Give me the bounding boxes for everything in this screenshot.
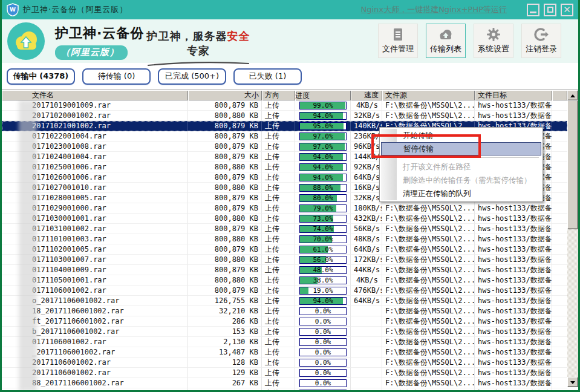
source-cell: F:\数据备份\MSSQL\2... xyxy=(382,286,475,296)
source-cell: F:\数据备份\MSSQL\2... xyxy=(382,111,475,121)
filler-cell xyxy=(552,347,567,358)
scrollbar-thumb[interactable] xyxy=(567,100,578,229)
direction-cell: 上传 xyxy=(262,152,295,162)
column-header[interactable]: 大小 xyxy=(188,90,262,100)
file-name-cell: 18_20171106001002.rar xyxy=(2,306,188,316)
nav-label: 传输列表 xyxy=(430,44,461,54)
file-size-cell: 129 KB xyxy=(188,368,262,378)
filler-cell xyxy=(552,244,567,255)
settings-button[interactable]: 系统设置 xyxy=(474,24,513,58)
source-cell: F:\数据备份\MSSQL\2... xyxy=(382,275,475,286)
tab-failed[interactable]: 已失败 (1) xyxy=(233,68,302,85)
file-size-cell: 800,879 KB xyxy=(188,121,262,131)
table-row[interactable]: 0171102001005.rar800,879 KB上传61.0%64KB/s… xyxy=(2,244,567,255)
table-header: 文件名大小方向进度速度文件源文件目标 xyxy=(2,90,567,100)
column-header[interactable]: 文件源 xyxy=(382,90,475,100)
column-header[interactable]: 方向 xyxy=(262,90,295,100)
minimize-icon xyxy=(530,11,536,13)
progress-bar: 56.0% xyxy=(299,256,347,264)
file-name-cell: 0171101001003.rar xyxy=(2,234,188,244)
table-row[interactable]: 0171104001009.rar800,879 KB上传48.0%44KB/s… xyxy=(2,265,567,275)
target-cell: hws-host133/数据备... xyxy=(475,368,552,378)
progress-cell: 0.0% xyxy=(295,327,351,337)
progress-cell: 95.0% xyxy=(295,121,351,131)
table-row[interactable]: 0171103001007.rar800,880 KB上传56.0%172KB/… xyxy=(2,255,567,265)
progress-cell: 0.0% xyxy=(295,358,351,368)
source-cell: F:\数据备份\MSSQL\2... xyxy=(382,265,475,275)
table-row[interactable]: 20171020001002.rar800,880 KB上传94.0%32KB/… xyxy=(2,111,567,121)
table-row[interactable]: 0171031001002.rar800,879 KB上传74.0%56KB/s… xyxy=(2,224,567,234)
maximize-icon xyxy=(547,7,553,13)
nginx-promo-link[interactable]: Nginx大师，一键搭建Nginx+PHP等运行 xyxy=(361,4,507,15)
progress-cell: 19.0% xyxy=(295,286,351,296)
filler-cell xyxy=(552,121,567,131)
source-cell: F:\数据备份\MSSQL\2... xyxy=(382,388,475,390)
direction-cell: 上传 xyxy=(262,162,295,172)
file-name-cell: 0171104001009.rar xyxy=(2,265,188,275)
vertical-scrollbar[interactable] xyxy=(567,90,578,390)
scroll-up-button[interactable] xyxy=(567,90,578,100)
slogan-underline-swoosh xyxy=(147,60,250,67)
progress-bar: 94.0% xyxy=(299,174,347,181)
brand-title: 护卫神·云备份 xyxy=(55,24,144,42)
file-name-cell: 0171022001004.rar xyxy=(2,131,188,142)
target-cell: hws-host133/数据备... xyxy=(475,203,552,214)
table-row[interactable]: 0171106001002.rar800,879 KB上传19.0%476KB/… xyxy=(2,286,567,296)
transfer-list-button[interactable]: 传输列表 xyxy=(426,24,466,58)
file-size-cell: 800,880 KB xyxy=(188,111,262,121)
tab-transferring[interactable]: 传输中 (4378) xyxy=(7,68,75,85)
speed-cell: 48KB/s xyxy=(351,234,382,244)
filler-cell xyxy=(552,286,567,296)
column-header[interactable]: 文件名 xyxy=(2,90,188,100)
tab-completed[interactable]: 已完成 (500+) xyxy=(158,68,226,85)
table-row[interactable]: 0171030001001.rar800,880 KB上传73.0%432KB/… xyxy=(2,214,567,224)
scroll-down-button[interactable] xyxy=(567,377,578,387)
progress-cell: 0.0% xyxy=(295,316,351,327)
menu-item[interactable]: 清理正在传输的队列 xyxy=(381,187,541,200)
file-name-cell: o_20171106001002.rar xyxy=(2,296,188,306)
progress-cell: 97.0% xyxy=(295,142,351,152)
table-row[interactable]: 0171105001001.rar800,880 KB上传38.0%4KB/sF… xyxy=(2,275,567,286)
table-row[interactable]: ft_20171106001002.rar286 KB上传0.0%F:\数据备份… xyxy=(2,316,567,327)
window-title: 护卫神·云备份（阿里云版） xyxy=(23,4,128,15)
filler-cell xyxy=(552,255,567,265)
file-name-cell: 0171026001006.rar xyxy=(2,172,188,183)
filler-cell xyxy=(552,100,567,111)
table-row[interactable]: 18_20171106001002.rar32,210 KB上传0.0%F:\数… xyxy=(2,306,567,316)
table-row[interactable]: 上传0.0%F:\数据备份\MSSQL\2...hws-host133/数据备.… xyxy=(2,388,567,390)
titlebar: W 护卫神·云备份（阿里云版） Nginx大师，一键搭建Nginx+PHP等运行… xyxy=(2,0,578,19)
tab-pending[interactable]: 待传输 (0) xyxy=(82,68,151,85)
cloud-backup-logo-icon xyxy=(7,22,45,60)
direction-cell: 上传 xyxy=(262,214,295,224)
menu-item[interactable]: 开始传输 xyxy=(381,129,541,142)
direction-cell: 上传 xyxy=(262,368,295,378)
logout-button[interactable]: 注销登录 xyxy=(521,24,561,58)
direction-cell: 上传 xyxy=(262,316,295,327)
table-row[interactable]: 0171101001003.rar800,880 KB上传70.0%48KB/s… xyxy=(2,234,567,244)
progress-cell: 94.0% xyxy=(295,172,351,183)
column-header[interactable]: 文件目标 xyxy=(475,90,552,100)
table-row[interactable]: _20171106001002.rar13,487 KB上传0.0%F:\数据备… xyxy=(2,347,567,358)
column-header[interactable]: 速度 xyxy=(351,90,382,100)
table-row[interactable]: 20171106001002.rar128 KB上传0.0%F:\数据备份\MS… xyxy=(2,358,567,368)
table-row[interactable]: 20171019001009.rar800,879 KB上传99.0%4KB/s… xyxy=(2,100,567,111)
table-row[interactable]: 0171029001000.rar800,879 KB上传79.0%180KB/… xyxy=(2,203,567,214)
table-row[interactable]: o_20171106001002.rar126,755 KB上传94.0%64K… xyxy=(2,296,567,306)
column-header[interactable]: 进度 xyxy=(295,90,351,100)
file-size-cell: 267 KB xyxy=(188,378,262,388)
direction-cell: 上传 xyxy=(262,358,295,368)
close-button[interactable]: ✕ xyxy=(561,4,573,16)
progress-bar: 94.0% xyxy=(299,153,347,161)
filler-cell xyxy=(552,265,567,275)
table-row[interactable]: 0171106001002.rar2,130 KB上传0.0%F:\数据备份\M… xyxy=(2,337,567,347)
progress-cell: 48.0% xyxy=(295,265,351,275)
minimize-button[interactable] xyxy=(527,4,539,16)
progress-bar: 95.0% xyxy=(299,122,347,130)
table-row[interactable]: b_20171106001002.rar153 KB上传0.0%F:\数据备份\… xyxy=(2,327,567,337)
maximize-button[interactable] xyxy=(544,4,556,16)
file-manager-button[interactable]: 文件管理 xyxy=(378,24,418,58)
source-cell: F:\数据备份\MSSQL\2... xyxy=(382,358,475,368)
menu-item[interactable]: 暂停传输 xyxy=(381,142,541,155)
table-row[interactable]: 20171106001002.rar129 KB上传0.0%F:\数据备份\MS… xyxy=(2,368,567,378)
table-row[interactable]: 88_20171106001002.rar267 KB上传0.0%F:\数据备份… xyxy=(2,378,567,388)
